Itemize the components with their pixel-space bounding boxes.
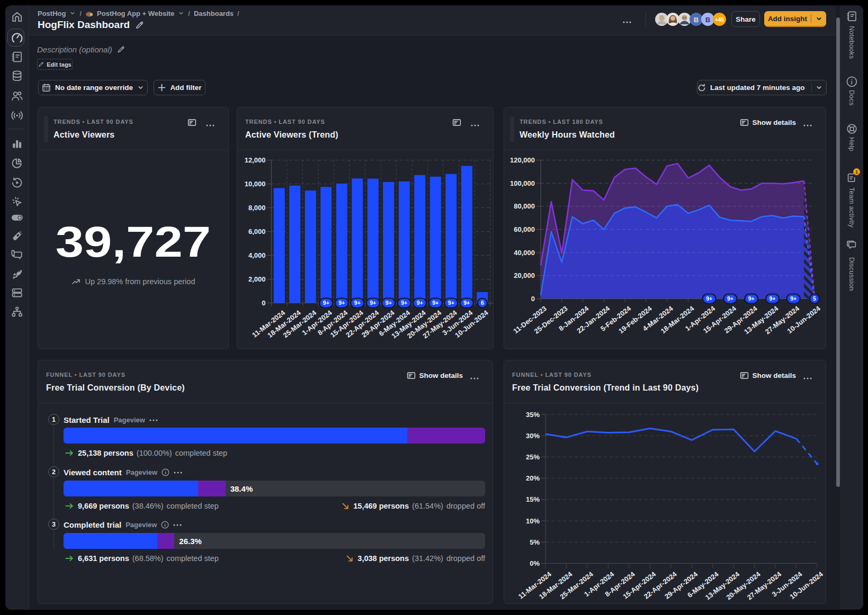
svg-text:6: 6 [481, 300, 484, 306]
svg-text:10%: 10% [526, 517, 540, 525]
svg-text:120,000: 120,000 [510, 156, 535, 164]
svg-text:9+: 9+ [432, 300, 439, 306]
svg-text:6,000: 6,000 [248, 228, 266, 236]
svg-text:9+: 9+ [386, 300, 392, 306]
svg-text:20,000: 20,000 [514, 272, 535, 279]
svg-text:9+: 9+ [323, 300, 329, 306]
svg-text:5%: 5% [530, 538, 540, 546]
svg-text:15%: 15% [526, 495, 540, 503]
svg-text:10,000: 10,000 [245, 180, 266, 188]
svg-text:9+: 9+ [748, 295, 755, 302]
svg-text:B: B [705, 16, 710, 24]
svg-text:8,000: 8,000 [248, 204, 266, 212]
svg-text:9+: 9+ [769, 295, 776, 302]
svg-text:5: 5 [813, 295, 816, 302]
svg-text:9+: 9+ [790, 295, 797, 302]
svg-text:2,000: 2,000 [248, 275, 266, 283]
svg-text:9+: 9+ [401, 300, 407, 306]
svg-text:9+: 9+ [354, 300, 361, 306]
svg-text:0%: 0% [530, 559, 540, 567]
svg-text:B: B [694, 16, 699, 24]
svg-text:100,000: 100,000 [510, 179, 535, 187]
svg-text:60,000: 60,000 [514, 225, 535, 233]
svg-text:9+: 9+ [370, 300, 376, 306]
svg-text:0: 0 [531, 295, 535, 303]
svg-text:30%: 30% [526, 432, 540, 440]
svg-text:+45: +45 [715, 17, 724, 23]
svg-text:9+: 9+ [338, 300, 345, 306]
svg-text:12,000: 12,000 [245, 156, 266, 164]
svg-text:9+: 9+ [417, 300, 423, 306]
svg-text:25%: 25% [526, 453, 540, 461]
svg-text:20%: 20% [526, 474, 540, 482]
svg-text:80,000: 80,000 [514, 202, 535, 210]
svg-text:0: 0 [262, 299, 265, 307]
svg-text:9+: 9+ [463, 300, 470, 306]
svg-text:35%: 35% [526, 411, 540, 419]
svg-text:9+: 9+ [448, 300, 454, 306]
svg-text:9+: 9+ [706, 295, 712, 302]
svg-text:40,000: 40,000 [514, 249, 535, 257]
svg-text:4,000: 4,000 [248, 251, 266, 259]
svg-text:9+: 9+ [727, 295, 733, 302]
